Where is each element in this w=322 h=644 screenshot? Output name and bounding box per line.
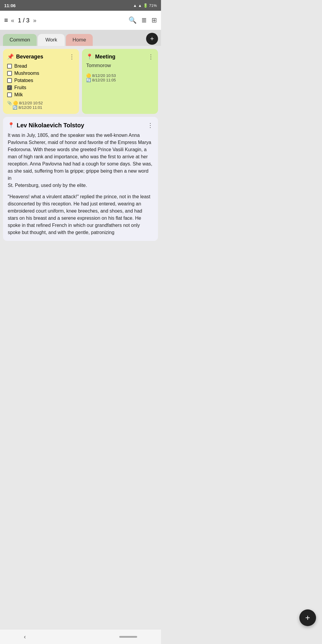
checkbox-fruits[interactable] xyxy=(7,85,12,90)
created-icon: 🟡 xyxy=(86,73,91,78)
meeting-subtitle: Tommorow xyxy=(86,63,154,69)
beverages-created-date: 8/12/20 10:52 xyxy=(19,101,43,105)
beverages-menu-button[interactable]: ⋮ xyxy=(69,53,75,60)
tolstoy-menu-button[interactable]: ⋮ xyxy=(147,122,153,129)
checkbox-mushrooms[interactable] xyxy=(7,71,12,76)
status-icons: ▲ ▲ 🔋 71% xyxy=(133,3,157,8)
tolstoy-title-row: 📍 Lev Nikolaevich Tolstoy ⋮ xyxy=(8,122,153,129)
attachment-icon: 📎 xyxy=(7,101,12,105)
meeting-card: 📍 Meeting ⋮ Tommorow 🟡 8/12/20 10:53 🔄 8… xyxy=(82,49,158,114)
tolstoy-title-group: 📍 Lev Nikolaevich Tolstoy xyxy=(8,122,84,129)
list-item: Fruits xyxy=(7,84,75,91)
grid-icon[interactable]: ⊞ xyxy=(151,16,157,24)
beverages-meta-modified-row: 🔄 8/12/20 11:01 xyxy=(7,105,75,110)
tabs-bar: Common Work Home + xyxy=(0,30,161,46)
checkbox-potatoes[interactable] xyxy=(7,78,12,83)
list-item: Potatoes xyxy=(7,77,75,84)
hamburger-icon[interactable]: ≡ xyxy=(4,16,8,24)
tolstoy-body-para2: "Heavens! what a virulent attack!" repli… xyxy=(8,193,153,236)
sort-icon[interactable]: ≣ xyxy=(141,16,147,24)
wifi-icon: ▲ xyxy=(133,3,137,8)
meeting-menu-button[interactable]: ⋮ xyxy=(148,53,154,60)
meeting-meta: 🟡 8/12/20 10:53 🔄 8/12/20 11:05 xyxy=(86,73,154,82)
top-bar-right: 🔍 ≣ ⊞ xyxy=(129,16,157,24)
meeting-title-row: 📍 Meeting xyxy=(86,53,115,60)
beverages-card: 📌 Beverages ⋮ Bread Mushrooms Potatoes xyxy=(3,49,79,114)
meeting-meta-created-row: 🟡 8/12/20 10:53 xyxy=(86,73,154,78)
top-bar: ≡ « 1 / 3 » 🔍 ≣ ⊞ xyxy=(0,11,161,30)
main-content: 📌 Beverages ⋮ Bread Mushrooms Potatoes xyxy=(0,46,161,244)
tolstoy-title: Lev Nikolaevich Tolstoy xyxy=(17,122,84,129)
list-item: Mushrooms xyxy=(7,70,75,77)
pin-outline-icon: 📍 xyxy=(86,53,93,60)
created-icon: 🟡 xyxy=(13,101,18,105)
checkbox-bread[interactable] xyxy=(7,64,12,69)
meeting-meta-modified-row: 🔄 8/12/20 11:05 xyxy=(86,78,154,82)
tab-home[interactable]: Home xyxy=(66,34,93,46)
nav-counter: 1 / 3 xyxy=(18,17,30,24)
beverages-meta: 📎 🟡 8/12/20 10:52 🔄 8/12/20 11:01 xyxy=(7,101,75,110)
beverages-title-row: 📌 Beverages xyxy=(7,53,43,60)
pin-outline-icon: 📍 xyxy=(8,122,14,129)
signal-icon: ▲ xyxy=(138,3,142,8)
meeting-created-date: 8/12/20 10:53 xyxy=(92,73,116,78)
search-icon[interactable]: 🔍 xyxy=(129,16,137,24)
tab-common[interactable]: Common xyxy=(3,34,37,46)
beverages-card-header: 📌 Beverages ⋮ xyxy=(7,53,75,60)
meeting-title: Meeting xyxy=(95,54,115,60)
beverages-title: Beverages xyxy=(16,54,43,60)
nav-next-button[interactable]: » xyxy=(33,17,36,24)
meeting-modified-date: 8/12/20 11:05 xyxy=(92,78,116,82)
card-row-top: 📌 Beverages ⋮ Bread Mushrooms Potatoes xyxy=(3,49,158,114)
nav-prev-button[interactable]: « xyxy=(11,17,14,24)
beverages-checklist: Bread Mushrooms Potatoes Fruits Milk xyxy=(7,63,75,98)
status-bar: 11:06 ▲ ▲ 🔋 71% xyxy=(0,0,161,11)
add-tab-button[interactable]: + xyxy=(146,33,158,45)
list-item: Milk xyxy=(7,91,75,98)
battery-icon: 🔋 xyxy=(143,3,148,8)
pin-icon: 📌 xyxy=(7,53,14,60)
beverages-meta-created-row: 📎 🟡 8/12/20 10:52 xyxy=(7,101,75,105)
meeting-card-header: 📍 Meeting ⋮ xyxy=(86,53,154,60)
list-item: Bread xyxy=(7,63,75,70)
checkbox-milk[interactable] xyxy=(7,92,12,97)
sync-icon: 🔄 xyxy=(86,78,91,82)
tolstoy-card: 📍 Lev Nikolaevich Tolstoy ⋮ It was in Ju… xyxy=(3,117,158,241)
tolstoy-body-para1: It was in July, 1805, and the speaker wa… xyxy=(8,132,153,189)
sync-icon: 🔄 xyxy=(13,105,17,110)
status-time: 11:06 xyxy=(4,3,16,8)
top-bar-left: ≡ « 1 / 3 » xyxy=(4,16,126,24)
battery-percent: 71% xyxy=(149,3,157,8)
beverages-modified-date: 8/12/20 11:01 xyxy=(18,105,42,110)
tab-work[interactable]: Work xyxy=(38,34,65,46)
